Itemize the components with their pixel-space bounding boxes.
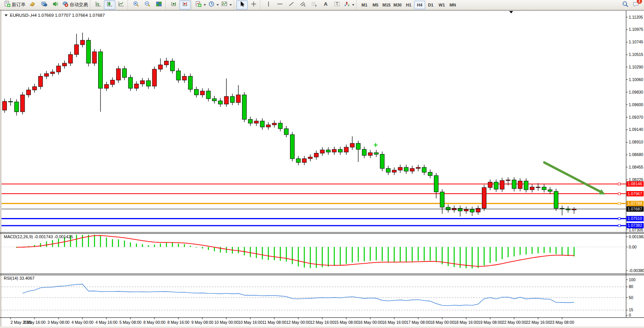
panel-splitter[interactable] [0, 275, 644, 275]
line-handle[interactable] [618, 218, 620, 220]
candle [206, 91, 210, 99]
trendline-button[interactable] [285, 0, 297, 10]
svg-text:1.07687: 1.07687 [628, 207, 642, 211]
candle [32, 87, 37, 90]
horizontal-line-button[interactable] [274, 0, 285, 10]
candle [116, 68, 121, 80]
candle [458, 208, 462, 211]
chevron-down-icon [204, 4, 206, 6]
sound-button[interactable] [49, 0, 61, 10]
candle [272, 123, 276, 125]
candle [344, 147, 348, 152]
new-order-icon [4, 1, 11, 9]
time-label: 2 May 16:00 [24, 320, 46, 325]
candle [99, 52, 103, 88]
svg-text:1.10745: 1.10745 [629, 40, 643, 44]
candle [350, 143, 354, 147]
cursor-button[interactable] [236, 0, 248, 10]
time-label: 19 May 08:00 [478, 320, 502, 325]
periods-button[interactable] [207, 0, 220, 10]
time-label: 12 May 00:00 [286, 320, 311, 325]
timeframe-h4-button[interactable]: H4 [414, 1, 425, 9]
timeframe-w1-button[interactable]: W1 [436, 1, 447, 9]
chart-window[interactable]: 1.112051.109751.107451.105151.102901.100… [0, 10, 644, 328]
svg-text:E: E [304, 4, 306, 7]
time-label: 11 May 08:00 [262, 320, 286, 325]
candle [494, 182, 498, 189]
panel-splitter[interactable] [0, 233, 644, 234]
candle [512, 180, 516, 189]
auto-scroll-button[interactable] [179, 0, 191, 10]
templates-icon [221, 1, 228, 9]
chevron-down-icon [352, 4, 354, 6]
search-button[interactable] [622, 1, 629, 9]
arrows-button[interactable] [343, 0, 355, 10]
candle [398, 167, 402, 170]
svg-text:0.00: 0.00 [629, 245, 637, 249]
autotrading-button[interactable]: 自动交易 [61, 0, 89, 10]
candle [158, 65, 163, 69]
arrows-icon [344, 1, 350, 9]
toolbar: 新订单自动交易EFATM1M5M15M30H1H4D1W1MN1 [0, 0, 644, 10]
candle [14, 102, 19, 112]
vertical-line-button[interactable] [263, 0, 274, 10]
line-handle[interactable] [618, 225, 620, 227]
candle [482, 188, 486, 208]
candle [188, 76, 193, 89]
zoom-in-button[interactable] [130, 0, 142, 10]
notifications-button[interactable]: 1 [633, 1, 639, 9]
svg-text:1.11205: 1.11205 [629, 15, 643, 19]
candle [326, 150, 330, 152]
candle [434, 175, 438, 192]
candle [21, 95, 25, 111]
candle [554, 191, 558, 208]
svg-text:1.09140: 1.09140 [629, 127, 643, 132]
line-handle[interactable] [618, 183, 620, 185]
svg-text:1.10060: 1.10060 [629, 77, 643, 82]
svg-text:T: T [336, 2, 338, 6]
timeframe-d1-button[interactable]: D1 [425, 1, 436, 9]
channel-button[interactable]: E [297, 0, 308, 10]
candle [56, 66, 61, 72]
indicators-button[interactable] [194, 0, 207, 10]
timeframe-h1-button[interactable]: H1 [403, 1, 414, 9]
toolbar-group [234, 0, 259, 10]
fibonacci-button[interactable]: F [308, 0, 320, 10]
line-chart-button[interactable] [115, 0, 127, 10]
search-icon [622, 2, 629, 9]
timeframe-mn-button[interactable]: MN [447, 1, 458, 9]
svg-text:1.09370: 1.09370 [629, 115, 643, 119]
svg-text:1.07788: 1.07788 [628, 201, 642, 205]
zoom-out-button[interactable] [142, 0, 153, 10]
templates-button[interactable] [220, 0, 233, 10]
new-order-button[interactable]: 新订单 [3, 0, 27, 10]
line-handle[interactable] [618, 193, 620, 195]
market-watch-button[interactable] [27, 0, 38, 10]
zoom-out-icon [144, 1, 151, 9]
crosshair-button[interactable] [248, 0, 259, 10]
svg-text:-0.003804: -0.003804 [629, 268, 644, 273]
candle [440, 192, 444, 207]
timeframe-m15-button[interactable]: M15 [381, 1, 392, 9]
text-icon: A [322, 1, 329, 9]
svg-text:15: 15 [629, 307, 633, 312]
chart-shift-button[interactable] [168, 0, 179, 10]
fibonacci-icon: F [311, 1, 317, 9]
tile-windows-button[interactable] [153, 0, 164, 10]
timeframe-m30-button[interactable]: M30 [392, 1, 403, 9]
candle [182, 76, 187, 80]
text-label-button[interactable]: T [331, 0, 343, 10]
candle [338, 150, 343, 152]
timeframe-m5-button[interactable]: M5 [370, 1, 381, 9]
text-button[interactable]: A [320, 0, 331, 10]
candle [542, 187, 546, 189]
candle [290, 135, 295, 159]
timeframe-m1-button[interactable]: M1 [359, 1, 370, 9]
notification-badge: 1 [637, 0, 642, 4]
line-handle[interactable] [618, 202, 620, 205]
data-window-button[interactable] [38, 0, 49, 10]
time-label: 9 May 08:00 [191, 320, 214, 325]
candle [368, 153, 372, 155]
candlestick-button[interactable] [104, 0, 115, 10]
bar-chart-button[interactable] [92, 0, 104, 10]
